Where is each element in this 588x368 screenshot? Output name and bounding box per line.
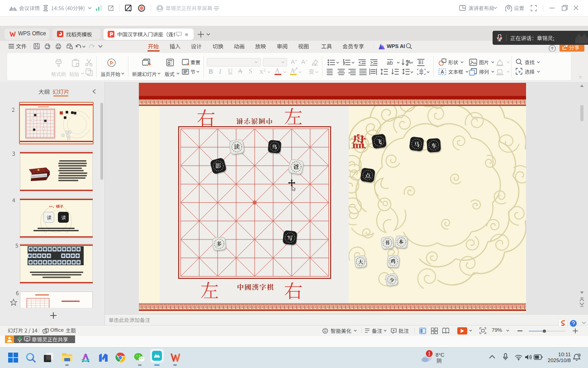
svg-text:1: 1 [428,351,431,356]
svg-text:ab: ab [387,60,393,66]
